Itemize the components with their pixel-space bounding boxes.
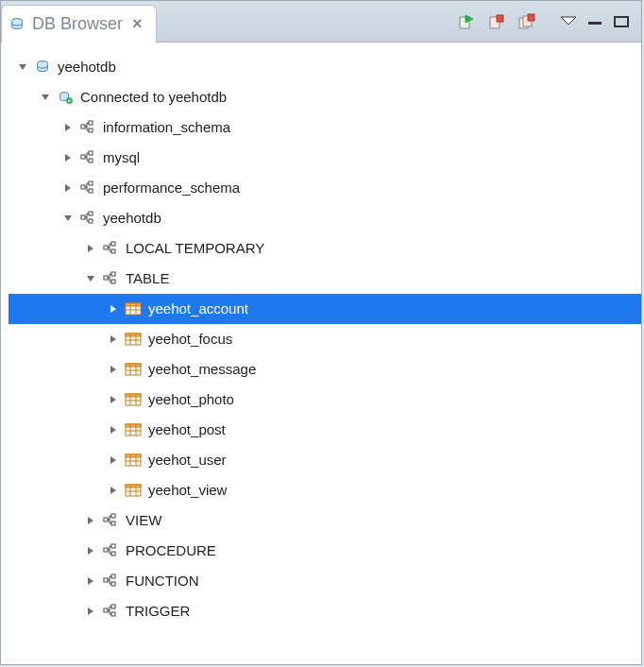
tree-node-table[interactable]: yeehot_account — [8, 294, 641, 324]
svg-marker-24 — [65, 184, 71, 192]
svg-rect-85 — [111, 522, 115, 525]
node-label: LOCAL TEMPORARY — [124, 241, 264, 257]
svg-rect-91 — [104, 578, 108, 582]
run-script-icon[interactable] — [456, 11, 477, 32]
chevron-down-icon[interactable] — [39, 91, 52, 104]
tree-node-connection[interactable]: Connected to yeehotdb — [8, 82, 641, 112]
toolbar — [157, 1, 641, 42]
chevron-right-icon[interactable] — [107, 423, 120, 436]
tree-node-folder[interactable]: TRIGGER — [8, 596, 641, 626]
chevron-right-icon[interactable] — [107, 302, 120, 316]
svg-rect-21 — [81, 155, 85, 159]
svg-marker-28 — [64, 215, 72, 221]
svg-rect-72 — [126, 454, 141, 457]
svg-rect-66 — [126, 424, 141, 427]
tree-node-folder[interactable]: PROCEDURE — [8, 536, 641, 566]
node-label: yeehotdb — [56, 60, 116, 76]
database-icon — [8, 16, 26, 33]
svg-rect-54 — [126, 364, 141, 367]
connection-icon — [56, 89, 75, 106]
maximize-icon[interactable] — [613, 15, 630, 28]
node-label: yeehot_post — [146, 422, 226, 438]
chevron-right-icon[interactable] — [84, 242, 97, 255]
svg-rect-33 — [104, 246, 108, 249]
chevron-right-icon[interactable] — [107, 393, 120, 406]
svg-rect-10 — [615, 17, 628, 26]
node-label: yeehot_photo — [146, 392, 234, 408]
node-label: PROCEDURE — [124, 543, 216, 559]
svg-rect-30 — [89, 212, 93, 215]
node-label: yeehot_focus — [146, 332, 232, 348]
chevron-right-icon[interactable] — [84, 605, 97, 618]
svg-rect-7 — [528, 14, 534, 21]
db-browser-panel: DB Browser × — [0, 0, 642, 665]
svg-rect-89 — [111, 552, 115, 556]
table-icon — [124, 421, 143, 438]
panel-tab[interactable]: DB Browser × — [1, 5, 157, 43]
schema-icon — [101, 573, 120, 590]
minimize-icon[interactable] — [586, 15, 603, 28]
tree-node-database[interactable]: yeehotdb — [8, 52, 641, 82]
tree-node-table[interactable]: yeehot_focus — [8, 324, 641, 354]
chevron-right-icon[interactable] — [107, 484, 120, 497]
svg-rect-23 — [89, 159, 93, 162]
tree-node-folder[interactable]: TABLE — [8, 264, 641, 294]
chevron-right-icon[interactable] — [107, 453, 120, 467]
chevron-right-icon[interactable] — [61, 121, 75, 134]
tree-node-schema[interactable]: mysql — [8, 143, 641, 173]
node-label: Connected to yeehotdb — [78, 90, 227, 106]
tree-node-folder[interactable]: LOCAL TEMPORARY — [8, 233, 641, 264]
tab-title: DB Browser — [32, 14, 123, 34]
svg-marker-11 — [19, 64, 26, 70]
chevron-right-icon[interactable] — [107, 363, 120, 376]
node-label: TABLE — [124, 271, 169, 287]
tree-node-table[interactable]: yeehot_user — [8, 445, 641, 475]
node-label: TRIGGER — [124, 604, 190, 620]
svg-marker-94 — [88, 607, 93, 615]
chevron-right-icon[interactable] — [84, 514, 97, 527]
chevron-right-icon[interactable] — [84, 574, 97, 588]
svg-marker-76 — [110, 487, 116, 494]
tree-node-schema[interactable]: yeehotdb — [8, 203, 641, 233]
stop-script-icon[interactable] — [486, 11, 507, 32]
chevron-right-icon[interactable] — [84, 544, 97, 557]
tree-node-table[interactable]: yeehot_message — [8, 354, 641, 385]
schema-icon — [101, 512, 120, 529]
stop-all-icon[interactable] — [517, 11, 537, 32]
chevron-right-icon[interactable] — [61, 181, 75, 195]
chevron-down-icon[interactable] — [16, 60, 29, 74]
table-icon — [124, 391, 143, 408]
svg-marker-13 — [42, 94, 49, 100]
svg-rect-78 — [126, 485, 141, 487]
tree-node-table[interactable]: yeehot_view — [8, 475, 641, 505]
node-label: VIEW — [124, 513, 161, 529]
chevron-right-icon[interactable] — [61, 151, 75, 164]
tree-node-table[interactable]: yeehot_photo — [8, 385, 641, 415]
table-icon — [124, 331, 143, 348]
schema-icon — [101, 240, 120, 257]
svg-rect-96 — [111, 605, 115, 608]
svg-rect-31 — [89, 219, 93, 223]
svg-marker-86 — [88, 547, 93, 555]
chevron-down-icon[interactable] — [61, 212, 75, 225]
chevron-right-icon[interactable] — [107, 333, 120, 346]
table-icon — [124, 482, 143, 499]
tree-node-schema[interactable]: performance_schema — [8, 173, 641, 203]
tree-node-folder[interactable]: VIEW — [8, 505, 641, 536]
node-label: yeehotdb — [101, 211, 161, 227]
svg-rect-35 — [111, 249, 115, 253]
schema-icon — [101, 542, 120, 559]
svg-rect-29 — [81, 215, 85, 219]
table-icon — [124, 300, 143, 317]
tree-node-folder[interactable]: FUNCTION — [8, 566, 641, 596]
tree-node-schema[interactable]: information_schema — [8, 112, 641, 143]
svg-marker-52 — [110, 366, 116, 373]
svg-marker-16 — [65, 124, 71, 131]
svg-rect-26 — [89, 181, 93, 185]
node-label: performance_schema — [101, 180, 240, 197]
svg-rect-22 — [89, 151, 93, 155]
tree-node-table[interactable]: yeehot_post — [8, 415, 641, 445]
close-icon[interactable]: × — [128, 14, 146, 34]
menu-icon[interactable] — [560, 15, 577, 28]
chevron-down-icon[interactable] — [84, 272, 97, 285]
